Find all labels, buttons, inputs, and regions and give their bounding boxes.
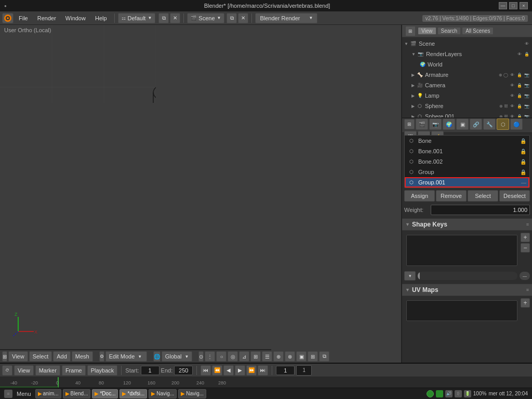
tab-search[interactable]: Search [437,27,461,35]
end-frame-input[interactable] [174,366,193,375]
sphere-eye[interactable]: 👁 [509,103,515,109]
shape-key-settings-btn[interactable]: ▾ [404,271,416,281]
tree-item-renderlayers[interactable]: ▼ 📷 RenderLayers 👁 🔒 [402,49,532,59]
vg-item-group001[interactable]: ⬡ Group.001 — [405,177,529,188]
prop-tab-world[interactable]: 🌍 [443,118,455,130]
taskbar-app-1[interactable]: ▶ anim... [35,389,61,398]
cam-eye[interactable]: 👁 [509,82,515,88]
snap-btn-7[interactable]: ⊕ [273,351,284,362]
remove-button[interactable]: Remove [436,190,467,202]
snap-btn-4[interactable]: ⊿ [239,351,249,362]
arm-restrict[interactable]: 🔒 [516,72,523,78]
rl-eye-icon[interactable]: 👁 [516,51,523,57]
uv-map-add-btn[interactable]: + [521,298,530,308]
tree-item-lamp[interactable]: ▶ 💡 Lamp 👁 🔒 📷 [402,90,532,101]
shape-key-remove-btn[interactable]: − [521,243,530,252]
weight-input[interactable] [431,205,530,215]
cam-restrict[interactable]: 🔒 [516,82,523,88]
menu-file[interactable]: File [15,13,32,23]
menu-help[interactable]: Help [91,13,111,23]
prop-tab-render[interactable]: 📷 [429,118,442,130]
tree-item-sphere[interactable]: ▶ ⬡ Sphere ⊕ ⛓ 👁 🔒 📷 [402,101,532,111]
menu-window[interactable]: Window [61,13,90,23]
tree-item-world[interactable]: 🌍 World [402,59,532,70]
edit-mode-icon[interactable]: ⚙ [99,351,104,362]
shape-key-add-btn[interactable]: + [521,233,530,242]
tree-item-scene[interactable]: ▼ 🎬 Scene 👁 [402,38,532,49]
sphere001-eye[interactable]: 👁 [509,113,515,118]
maximize-button[interactable]: □ [509,2,517,9]
snap-btn-9[interactable]: ▣ [296,351,307,362]
prop-tab-data[interactable]: ⬡ [497,118,509,130]
viewport-select-menu[interactable]: Select [29,351,52,362]
snap-btn-1[interactable]: ⋮ [205,351,215,362]
viewport-icon-1[interactable]: ⧉ [158,13,169,23]
viewport-mesh-menu[interactable]: Mesh [72,351,93,362]
taskbar-app-2[interactable]: ▶ Blend... [63,389,91,398]
timeline-view-menu[interactable]: View [14,365,34,376]
jump-end-btn[interactable]: ⏭ [258,365,268,376]
scene-icon-2[interactable]: ✕ [238,13,248,23]
deselect-button[interactable]: Deselect [499,190,530,202]
viewport-icon-2[interactable]: ✕ [170,13,180,23]
step-back-btn[interactable]: ⏪ [212,365,222,376]
prop-tab-object[interactable]: ▣ [456,118,469,130]
uv-maps-header[interactable]: ▼ UV Maps ≡ [402,284,532,296]
assign-button[interactable]: Assign [404,190,435,202]
vg-item-group[interactable]: ⬡ Group 🔒 [405,167,529,177]
viewport-add-menu[interactable]: Add [53,351,71,362]
snap-btn-6[interactable]: ☰ [262,351,272,362]
window-controls[interactable]: — □ × [499,2,528,9]
sphere001-restrict[interactable]: 🔒 [516,113,523,118]
timeline-playback-menu[interactable]: Playback [87,365,118,376]
snap-btn-2[interactable]: ○ [216,351,227,362]
mode-dropdown[interactable]: Edit Mode ▼ [105,351,147,362]
arm-render[interactable]: 📷 [524,72,530,78]
status-menu-icon[interactable]: ≡ [4,390,12,398]
tree-item-armature[interactable]: ▶ 🦴 Armature ⊕ ◯ 👁 🔒 📷 [402,70,532,80]
status-menu-label[interactable]: Menu [17,391,31,397]
scene-dropdown[interactable]: 🎬 Scene ▼ [187,13,224,23]
play-btn[interactable]: ▶ [235,365,245,376]
play-back-btn[interactable]: ◀ [223,365,234,376]
timeline-frame-menu[interactable]: Frame [62,365,86,376]
taskbar-app-6[interactable]: ▶ Navig... [178,389,206,398]
step-fwd-btn[interactable]: ⏩ [246,365,257,376]
cam-render[interactable]: 📷 [524,82,530,88]
layout-dropdown[interactable]: ⚏ Default ▼ [118,13,156,23]
taskbar-app-4[interactable]: ▶ *dxfsi... [119,389,147,398]
prop-tab-constraints[interactable]: 🔗 [470,118,482,130]
prop-tab-scene[interactable]: 🎬 [416,118,428,130]
prop-tab-material[interactable]: 🔵 [510,118,523,130]
timeline-marker-menu[interactable]: Marker [35,365,60,376]
start-frame-input[interactable] [141,366,159,375]
tab-view[interactable]: View [418,27,436,35]
taskbar-app-3[interactable]: ▶ *Doc... [92,389,118,398]
vg-item-bone[interactable]: ⬡ Bone 🔒 [405,136,529,146]
lamp-eye[interactable]: 👁 [509,92,515,99]
tree-item-camera[interactable]: ▶ 🎥 Camera 👁 🔒 📷 [402,80,532,90]
timeline-ruler[interactable]: -40 -20 0 40 80 120 160 200 240 280 [0,377,532,388]
shape-key-slider[interactable] [418,272,517,280]
lamp-restrict[interactable]: 🔒 [516,92,523,99]
shape-keys-header[interactable]: ▼ Shape Keys ≡ [402,218,532,231]
snap-btn-5[interactable]: ⊞ [250,351,261,362]
lamp-render[interactable]: 📷 [524,92,530,99]
sphere-render[interactable]: 📷 [524,103,530,109]
snap-btn-11[interactable]: ⧉ [319,351,329,362]
global-dropdown[interactable]: Global ▼ [162,351,193,362]
vg-item-bone001[interactable]: ⬡ Bone.001 🔒 [405,146,529,156]
viewport-3d[interactable]: User Ortho (Local) [0,25,402,363]
rl-restrict-icon[interactable]: 🔒 [524,51,530,57]
sphere001-render[interactable]: 📷 [524,113,530,118]
render-engine-dropdown[interactable]: Blender Render ▼ [255,13,317,23]
vg-item-bone002[interactable]: ⬡ Bone.002 🔒 [405,156,529,167]
global-icon[interactable]: 🌐 [153,351,161,362]
viewport-view-menu[interactable]: View [8,351,28,362]
normal-icon[interactable]: ⊙ [198,351,204,362]
scene-icon-1[interactable]: ⧉ [227,13,237,23]
viewport-icon-main[interactable]: ⊞ [2,351,7,362]
sphere-restrict[interactable]: 🔒 [516,103,523,109]
menu-render[interactable]: Render [33,13,60,23]
current-frame-input[interactable] [276,366,295,375]
